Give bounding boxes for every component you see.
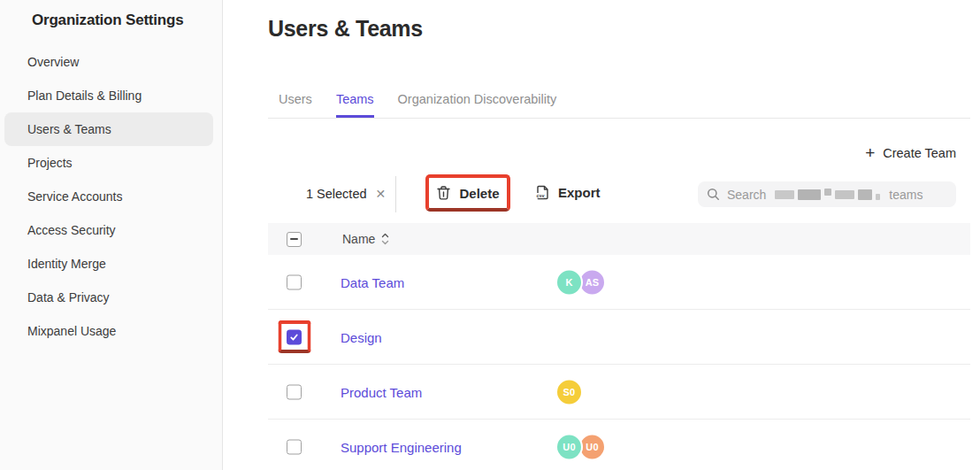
export-button[interactable]: csv Export: [529, 183, 606, 202]
checkbox-wrapper: [287, 274, 302, 289]
sidebar-item-users-teams[interactable]: Users & Teams: [4, 112, 213, 146]
sidebar-item-data-privacy[interactable]: Data & Privacy: [4, 281, 213, 314]
selection-status: 1 Selected ✕: [306, 187, 386, 201]
export-label: Export: [558, 185, 601, 200]
delete-button[interactable]: Delete: [431, 184, 504, 202]
checkbox-wrapper: [287, 329, 302, 344]
csv-file-icon: csv: [534, 184, 550, 201]
team-name-link[interactable]: Data Team: [341, 274, 404, 289]
table-row-design: Design: [268, 310, 970, 365]
row-checkbox[interactable]: [287, 274, 302, 289]
table-row-support-engineering: Support EngineeringU0U0: [268, 420, 970, 470]
select-all-checkbox[interactable]: [287, 232, 302, 247]
tab-organization-discoverability[interactable]: Organization Discoverability: [398, 82, 557, 117]
trash-icon: [436, 185, 451, 201]
avatar: S0: [555, 378, 583, 405]
team-name-link[interactable]: Support Engineering: [341, 439, 462, 454]
table-header-row: Name: [268, 223, 970, 255]
sidebar-item-service-accounts[interactable]: Service Accounts: [4, 180, 213, 213]
team-name-link[interactable]: Design: [341, 329, 382, 344]
sidebar-item-overview[interactable]: Overview: [4, 45, 213, 79]
checkbox-wrapper: [287, 439, 302, 454]
team-name-link[interactable]: Product Team: [341, 384, 422, 399]
avatar-group: U0U0: [555, 433, 606, 460]
teams-table-body: Data TeamKASDesignProduct TeamS0Support …: [268, 255, 970, 470]
tab-users[interactable]: Users: [279, 82, 312, 117]
toolbar-divider: [395, 176, 396, 212]
tab-teams[interactable]: Teams: [336, 82, 374, 118]
sidebar-item-plan-details-billing[interactable]: Plan Details & Billing: [4, 79, 213, 112]
page-title: Users & Teams: [268, 16, 423, 42]
name-column-header[interactable]: Name: [342, 232, 375, 246]
sidebar-nav: OverviewPlan Details & BillingUsers & Te…: [0, 45, 222, 348]
table-row-data-team: Data TeamKAS: [268, 255, 970, 310]
tab-bar: UsersTeamsOrganization Discoverability: [268, 82, 970, 119]
search-input[interactable]: Search teams: [698, 181, 956, 207]
svg-text:csv: csv: [537, 193, 545, 198]
clear-selection-icon[interactable]: ✕: [376, 187, 387, 201]
row-checkbox[interactable]: [287, 329, 302, 344]
sidebar-item-projects[interactable]: Projects: [4, 146, 213, 180]
sidebar-item-identity-merge[interactable]: Identity Merge: [4, 247, 213, 281]
delete-label: Delete: [459, 186, 499, 201]
avatar-group: S0: [555, 378, 583, 405]
avatar: U0: [555, 433, 583, 460]
avatar: K: [555, 268, 583, 296]
sidebar: Organization Settings OverviewPlan Detai…: [0, 0, 223, 470]
create-team-button[interactable]: + Create Team: [865, 143, 956, 164]
sort-icon[interactable]: [381, 233, 389, 245]
selected-count-label: 1 Selected: [306, 187, 367, 201]
sidebar-title: Organization Settings: [32, 12, 222, 29]
row-checkbox[interactable]: [287, 439, 302, 454]
search-icon: [707, 188, 720, 201]
avatar-group: KAS: [555, 268, 606, 296]
search-placeholder-prefix: Search: [727, 188, 766, 202]
sidebar-item-mixpanel-usage[interactable]: Mixpanel Usage: [4, 314, 213, 348]
delete-annotation-box: Delete: [425, 174, 510, 212]
table-row-product-team: Product TeamS0: [268, 365, 970, 420]
create-team-label: Create Team: [883, 146, 956, 160]
search-placeholder-suffix: teams: [889, 188, 923, 202]
checkbox-wrapper: [287, 384, 302, 399]
sidebar-item-access-security[interactable]: Access Security: [4, 213, 213, 247]
plus-icon: +: [865, 147, 875, 159]
organization-settings-page: Organization Settings OverviewPlan Detai…: [0, 0, 980, 470]
row-checkbox[interactable]: [287, 384, 302, 399]
redacted-text: [775, 189, 880, 200]
